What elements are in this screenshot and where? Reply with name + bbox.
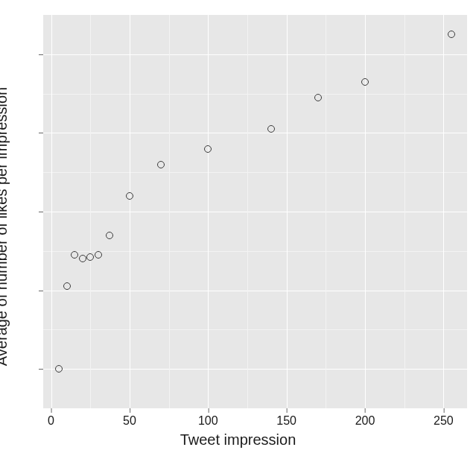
y-tick-mark: [39, 54, 43, 55]
grid-line-h: [43, 212, 467, 212]
data-point: [157, 161, 165, 168]
y-tick-mark: [39, 369, 43, 370]
data-point: [204, 145, 212, 153]
x-tick-label: 50: [123, 414, 136, 428]
data-point: [79, 255, 86, 262]
grid-line-h: [43, 133, 467, 133]
grid-line-h: [43, 369, 467, 370]
grid-line-h: [43, 54, 467, 55]
data-point: [106, 232, 113, 239]
grid-line-v: [51, 15, 52, 408]
grid-line-v-minor: [169, 15, 170, 408]
x-axis-label: Tweet impression: [180, 431, 296, 449]
y-tick-mark: [39, 291, 43, 291]
data-point: [71, 251, 78, 259]
data-point: [63, 282, 71, 290]
y-tick-mark: [39, 212, 43, 212]
grid-line-v-minor: [404, 15, 405, 408]
data-point: [267, 125, 275, 133]
x-tick-label: 200: [355, 414, 375, 428]
plot-area: 050100150200250: [43, 15, 467, 408]
grid-line-v-minor: [90, 15, 91, 408]
grid-line-h-minor: [43, 251, 467, 252]
y-tick-mark: [39, 133, 43, 133]
data-point: [86, 253, 94, 261]
y-axis-label: Average of number of likes per impressio…: [0, 87, 10, 366]
grid-line-v: [287, 15, 288, 408]
grid-line-h: [43, 291, 467, 291]
x-tick-label: 250: [434, 414, 454, 428]
data-point: [314, 94, 322, 101]
data-point: [55, 365, 63, 373]
data-point: [448, 31, 455, 38]
grid-line-h-minor: [43, 94, 467, 95]
grid-line-v: [365, 15, 366, 408]
scatter-chart: Average of number of likes per impressio…: [0, 0, 476, 453]
grid-line-v: [130, 15, 130, 408]
grid-line-h-minor: [43, 172, 467, 173]
x-tick-label: 150: [276, 414, 296, 428]
data-point: [126, 192, 133, 200]
x-tick-label: 0: [48, 414, 54, 428]
grid-line-v: [443, 15, 444, 408]
data-point: [95, 251, 102, 259]
grid-line-v: [208, 15, 209, 408]
x-tick-label: 100: [198, 414, 218, 428]
grid-line-v-minor: [247, 15, 248, 408]
grid-line-v-minor: [326, 15, 326, 408]
data-point: [361, 78, 369, 86]
grid-line-h-minor: [43, 329, 467, 330]
